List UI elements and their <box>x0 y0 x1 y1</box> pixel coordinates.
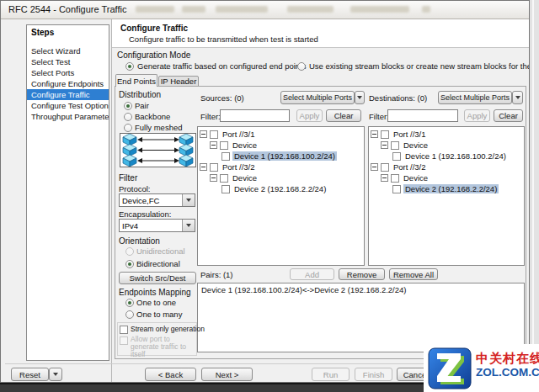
collapse-icon[interactable] <box>200 163 207 171</box>
destinations-select-ports-dropdown[interactable] <box>512 91 523 104</box>
backbone-label[interactable]: Backbone <box>135 112 170 121</box>
sidebar-item-select-ports[interactable]: Select Ports <box>27 67 109 78</box>
tree-node-label[interactable]: Device 1 (192.168.100.2/24) <box>232 151 337 161</box>
unidirectional-radio[interactable] <box>125 247 134 256</box>
sources-filter-input[interactable] <box>220 109 290 122</box>
node-checkbox[interactable] <box>381 130 389 139</box>
node-checkbox[interactable] <box>391 174 399 183</box>
node-checkbox[interactable] <box>381 163 389 172</box>
tree-row-port[interactable]: Port //3/1 <box>198 129 364 140</box>
tree-node-label[interactable]: Device 2 (192.168.2.2/24) <box>232 184 328 193</box>
stream-only-generation-label[interactable]: Stream only generation <box>131 325 205 333</box>
sidebar-item-configure-test-options[interactable]: Configure Test Options <box>27 100 109 111</box>
pair-radio[interactable] <box>124 102 132 110</box>
one-to-many-label[interactable]: One to many <box>136 310 182 319</box>
node-checkbox[interactable] <box>392 152 401 161</box>
next-button[interactable]: Next > <box>201 368 253 381</box>
dialog-title-bar[interactable]: RFC 2544 - Configure Traffic <box>1 1 529 19</box>
chevron-down-icon <box>515 96 520 99</box>
chevron-down-icon[interactable] <box>182 220 195 231</box>
tree-row-port[interactable]: Port //3/2 <box>198 162 364 172</box>
tree-node-label[interactable]: Device <box>402 140 430 150</box>
tree-row-device-group[interactable]: Device <box>198 172 364 183</box>
destinations-select-multiple-ports-button[interactable]: Select Multiple Ports <box>438 91 512 104</box>
node-checkbox[interactable] <box>220 174 228 183</box>
node-checkbox[interactable] <box>221 152 230 161</box>
generate-traffic-label[interactable]: Generate traffic based on configured end… <box>137 61 307 71</box>
destinations-apply-button[interactable]: Apply <box>464 109 490 122</box>
node-checkbox[interactable] <box>221 185 230 193</box>
reset-dropdown-button[interactable] <box>49 368 62 381</box>
sources-apply-button[interactable]: Apply <box>296 109 323 122</box>
pair-list-item[interactable]: Device 1 (192.168.100.2/24)<->Device 2 (… <box>198 283 524 296</box>
stream-only-generation-checkbox[interactable] <box>120 326 128 334</box>
steps-sidebar: Steps Select Wizard Select Test Select P… <box>26 24 109 361</box>
fully-meshed-radio[interactable] <box>124 124 132 132</box>
backbone-radio[interactable] <box>124 113 132 121</box>
tab-end-points[interactable]: End Points <box>115 74 157 87</box>
destinations-clear-button[interactable]: Clear <box>494 109 523 122</box>
node-checkbox[interactable] <box>220 141 228 150</box>
collapse-icon[interactable] <box>200 130 207 138</box>
tree-node-label[interactable]: Port //3/2 <box>221 162 257 172</box>
collapse-icon[interactable] <box>210 174 217 182</box>
node-checkbox[interactable] <box>391 141 399 150</box>
back-button[interactable]: < Back <box>145 368 196 381</box>
chevron-down-icon[interactable] <box>182 194 195 206</box>
tree-node-label[interactable]: Device 1 (192.168.100.2/24) <box>403 151 508 161</box>
collapse-icon[interactable] <box>371 163 378 171</box>
run-button[interactable]: Run <box>312 368 350 381</box>
collapse-icon[interactable] <box>381 141 388 149</box>
encapsulation-combobox[interactable]: IPv4 <box>119 219 195 232</box>
sidebar-item-select-test[interactable]: Select Test <box>27 56 109 67</box>
reset-button[interactable]: Reset <box>11 368 49 381</box>
node-checkbox[interactable] <box>392 185 401 193</box>
tree-node-label[interactable]: Port //3/1 <box>221 130 257 139</box>
sidebar-item-throughput-parameters[interactable]: Throughput Parameters <box>27 111 109 122</box>
tree-row-port[interactable]: Port //3/2 <box>369 162 524 172</box>
tree-row-port[interactable]: Port //3/1 <box>369 129 524 140</box>
fully-meshed-label[interactable]: Fully meshed <box>135 123 183 132</box>
collapse-icon[interactable] <box>210 141 217 149</box>
dialog-title: RFC 2544 - Configure Traffic <box>8 4 126 14</box>
tree-node-label[interactable]: Device <box>402 173 430 183</box>
existing-streams-label[interactable]: Use existing stream blocks or create new… <box>309 61 530 71</box>
pairs-add-button[interactable]: Add <box>290 268 334 280</box>
bidirectional-radio[interactable] <box>125 260 134 268</box>
switch-src-dest-button[interactable]: Switch Src/Dest <box>119 272 196 284</box>
node-checkbox[interactable] <box>210 163 218 172</box>
destinations-filter-input[interactable] <box>387 109 458 122</box>
sidebar-item-configure-endpoints[interactable]: Configure Endpoints <box>27 78 109 89</box>
collapse-icon[interactable] <box>381 174 388 182</box>
tree-row-device-group[interactable]: Device <box>369 140 524 151</box>
bidirectional-label[interactable]: Bidirectional <box>136 259 180 268</box>
existing-streams-radio[interactable] <box>297 62 306 71</box>
one-to-one-radio[interactable] <box>125 299 134 307</box>
tree-row-device[interactable]: Device 2 (192.168.2.2/24) <box>198 183 364 194</box>
sources-select-multiple-ports-button[interactable]: Select Multiple Ports <box>280 91 355 104</box>
tree-row-device[interactable]: Device 1 (192.168.100.2/24) <box>198 151 364 162</box>
sidebar-item-select-wizard[interactable]: Select Wizard <box>27 45 109 56</box>
tree-node-label[interactable]: Device <box>231 140 259 150</box>
pair-label[interactable]: Pair <box>135 101 149 110</box>
pairs-remove-button[interactable]: Remove <box>339 268 385 280</box>
tree-node-label[interactable]: Port //3/2 <box>392 162 428 172</box>
tree-row-device-group[interactable]: Device <box>369 172 524 183</box>
finish-button[interactable]: Finish <box>355 368 392 381</box>
tree-row-device[interactable]: Device 2 (192.168.2.2/24) <box>369 183 524 194</box>
one-to-many-radio[interactable] <box>125 310 134 319</box>
node-checkbox[interactable] <box>210 130 218 139</box>
collapse-icon[interactable] <box>371 130 378 138</box>
generate-traffic-radio[interactable] <box>125 62 134 71</box>
pairs-remove-all-button[interactable]: Remove All <box>389 268 438 280</box>
sidebar-item-configure-traffic[interactable]: Configure Traffic <box>27 89 109 100</box>
one-to-one-label[interactable]: One to one <box>136 298 176 307</box>
protocol-combobox[interactable]: Device,FC <box>119 193 195 207</box>
tree-row-device-group[interactable]: Device <box>198 140 364 151</box>
tree-row-device[interactable]: Device 1 (192.168.100.2/24) <box>369 151 524 162</box>
tree-node-label[interactable]: Port //3/1 <box>392 130 428 139</box>
sources-select-ports-dropdown[interactable] <box>355 91 365 104</box>
tree-node-label[interactable]: Device <box>231 173 259 183</box>
tree-node-label[interactable]: Device 2 (192.168.2.2/24) <box>403 184 499 193</box>
sources-clear-button[interactable]: Clear <box>326 109 361 122</box>
